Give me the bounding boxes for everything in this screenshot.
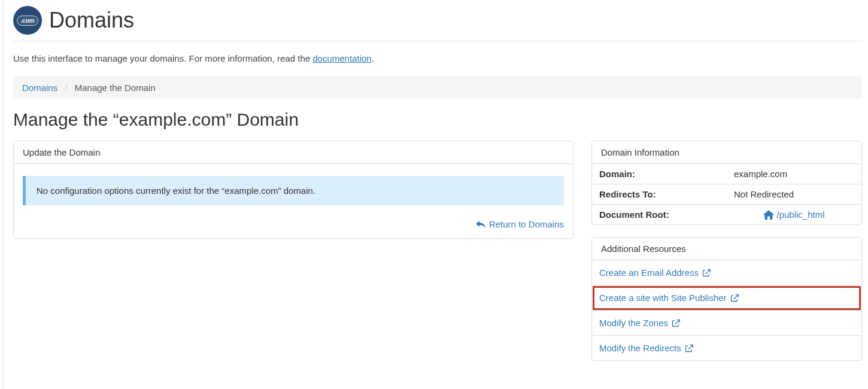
breadcrumb-root-link[interactable]: Domains	[22, 83, 57, 93]
page-edge	[0, 0, 4, 389]
additional-resources-heading: Additional Resources	[592, 238, 861, 260]
modify-redirects-label: Modify the Redirects	[599, 343, 684, 353]
breadcrumb-current: Manage the Domain	[75, 83, 156, 93]
domain-label: Domain:	[592, 164, 727, 184]
page-title: Domains	[49, 8, 134, 33]
modify-zones-link[interactable]: Modify the Zones	[592, 311, 861, 335]
intro-prefix: Use this interface to manage your domain…	[13, 53, 312, 63]
update-domain-heading: Update the Domain	[14, 141, 573, 164]
site-publisher-label: Create a site with Site Publisher	[599, 293, 729, 303]
resource-list: Create an Email Address Create a site wi…	[592, 260, 861, 360]
external-link-icon	[685, 344, 693, 352]
create-email-link[interactable]: Create an Email Address	[592, 260, 861, 285]
document-root-label: Document Root:	[592, 205, 727, 225]
update-domain-panel: Update the Domain No configuration optio…	[13, 141, 573, 239]
create-email-label: Create an Email Address	[599, 268, 701, 278]
page-header: .com Domains	[13, 6, 862, 41]
domains-icon-label: .com	[17, 16, 38, 26]
list-item: Create a site with Site Publisher	[592, 285, 861, 311]
no-config-alert: No configuration options currently exist…	[23, 176, 564, 205]
intro-suffix: .	[372, 53, 374, 63]
list-item: Modify the Zones	[592, 311, 861, 336]
return-to-domains-label: Return to Domains	[489, 219, 564, 229]
breadcrumb-separator: /	[65, 83, 67, 93]
table-row: Domain: example.com	[592, 164, 861, 184]
table-row: Document Root: /public_html	[592, 205, 861, 225]
domain-info-table: Domain: example.com Redirects To: Not Re…	[592, 164, 861, 224]
document-root-link[interactable]: /public_html	[763, 209, 824, 220]
domains-icon: .com	[13, 6, 42, 35]
external-link-icon	[672, 319, 680, 327]
breadcrumb: Domains / Manage the Domain	[13, 77, 862, 99]
home-icon	[763, 210, 774, 220]
domain-info-panel: Domain Information Domain: example.com R…	[591, 141, 862, 225]
redirects-value: Not Redirected	[727, 184, 861, 205]
external-link-icon	[730, 294, 739, 302]
domain-value: example.com	[727, 164, 861, 184]
table-row: Redirects To: Not Redirected	[592, 184, 861, 205]
modify-zones-label: Modify the Zones	[599, 318, 670, 328]
external-link-icon	[702, 269, 711, 277]
domain-info-heading: Domain Information	[592, 141, 861, 164]
redirects-label: Redirects To:	[592, 184, 727, 205]
section-title: Manage the “example.com” Domain	[13, 110, 862, 130]
modify-redirects-link[interactable]: Modify the Redirects	[592, 336, 861, 360]
return-to-domains-link[interactable]: Return to Domains	[23, 214, 564, 229]
site-publisher-link[interactable]: Create a site with Site Publisher	[592, 285, 861, 310]
list-item: Modify the Redirects	[592, 336, 861, 360]
additional-resources-panel: Additional Resources Create an Email Add…	[591, 237, 862, 361]
intro-text: Use this interface to manage your domain…	[13, 53, 862, 63]
reply-arrow-icon	[476, 220, 485, 229]
document-root-value: /public_html	[776, 209, 824, 220]
documentation-link[interactable]: documentation	[312, 53, 371, 63]
list-item: Create an Email Address	[592, 260, 861, 285]
